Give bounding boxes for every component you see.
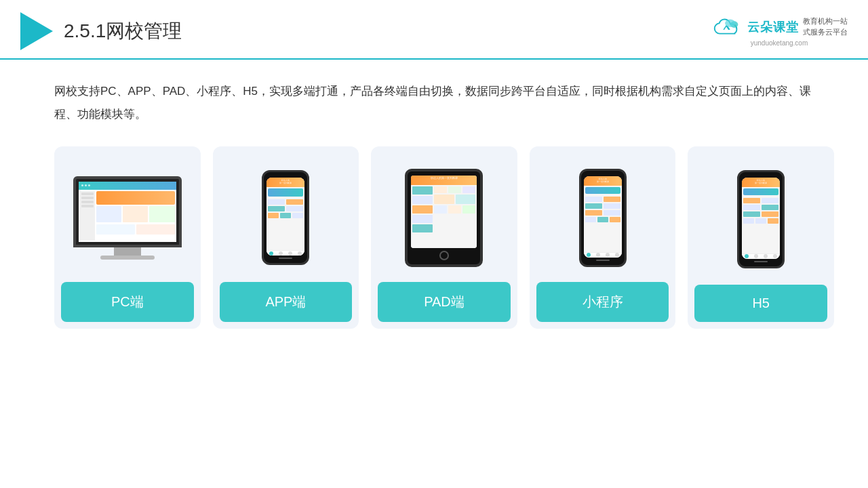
platform-cards-row: PC端 职达人的第一堂判断课 [54, 146, 834, 329]
header-left: 2.5.1网校管理 [20, 12, 182, 50]
card-pc-label: PC端 [61, 282, 194, 322]
main-content: 网校支持PC、APP、PAD、小程序、H5，实现多端打通，产品各终端自由切换，数… [0, 60, 868, 342]
card-pad: 职达人的第一堂判断课 [371, 146, 517, 329]
card-miniapp-image: 职达人的第一堂判断课 [530, 146, 676, 282]
brand-url: yunduoketang.com [751, 39, 808, 47]
card-h5-image: 职达人的第一堂判断课 [688, 146, 834, 285]
page-header: 2.5.1网校管理 云朵课堂 教育机构一站 式服务云平台 yunduoketan… [0, 0, 868, 60]
cloud-icon [711, 16, 743, 38]
card-pad-image: 职达人的第一堂判断课 [371, 146, 517, 282]
card-app-label: APP端 [220, 282, 353, 322]
phone-body-app: 职达人的第一堂判断课 [262, 170, 309, 265]
card-miniapp-label: 小程序 [536, 282, 669, 322]
phone-body-h5: 职达人的第一堂判断课 [737, 170, 785, 268]
card-pc-image [54, 146, 201, 282]
device-phone-mockup-miniapp: 职达人的第一堂判断课 [579, 169, 627, 267]
card-miniapp: 职达人的第一堂判断课 [530, 146, 676, 329]
card-pc: PC端 [54, 146, 201, 329]
brand-slogan: 教育机构一站 式服务云平台 [803, 16, 848, 37]
card-app-image: 职达人的第一堂判断课 [213, 146, 359, 282]
logo-triangle-icon [20, 12, 53, 50]
pc-monitor [73, 176, 182, 247]
phone-body-miniapp: 职达人的第一堂判断课 [579, 169, 627, 267]
card-h5-label: H5 [694, 285, 827, 322]
tablet-body: 职达人的第一堂判断课 [405, 169, 483, 267]
description-text: 网校支持PC、APP、PAD、小程序、H5，实现多端打通，产品各终端自由切换，数… [54, 80, 834, 126]
device-tablet-mockup: 职达人的第一堂判断课 [405, 169, 483, 267]
svg-point-1 [725, 19, 735, 27]
card-pad-label: PAD端 [378, 282, 511, 322]
brand-logo: 云朵课堂 教育机构一站 式服务云平台 yunduoketang.com [711, 16, 848, 47]
device-phone-mockup-app: 职达人的第一堂判断课 [262, 170, 309, 265]
device-phone-mockup-h5: 职达人的第一堂判断课 [737, 170, 785, 268]
brand-name-text: 云朵课堂 [747, 19, 799, 35]
device-pc-mockup [73, 176, 182, 260]
card-app: 职达人的第一堂判断课 [213, 146, 359, 329]
page-title: 2.5.1网校管理 [64, 18, 182, 44]
card-h5: 职达人的第一堂判断课 [688, 146, 834, 329]
